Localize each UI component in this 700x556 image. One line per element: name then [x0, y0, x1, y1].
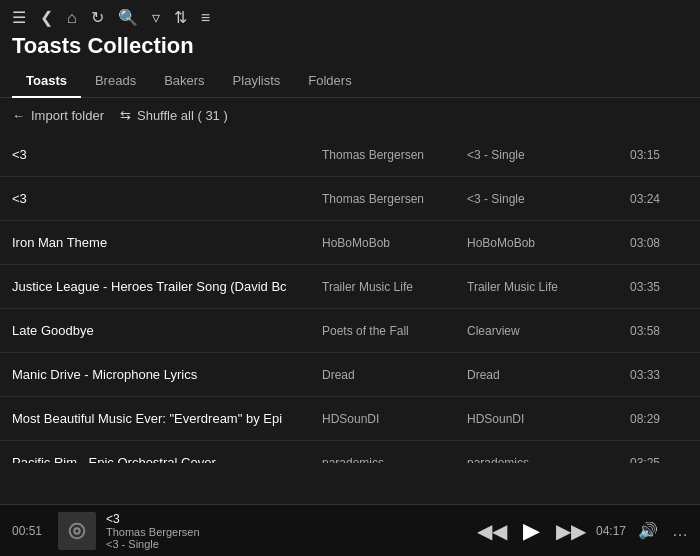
refresh-icon[interactable]: ↻	[91, 8, 104, 27]
track-artist: parademics	[322, 456, 467, 464]
page-title: Toasts Collection	[0, 31, 700, 65]
track-duration: 03:24	[612, 192, 660, 206]
track-duration: 03:33	[612, 368, 660, 382]
np-artist: Thomas Bergersen	[106, 526, 467, 538]
tab-bakers[interactable]: Bakers	[150, 65, 218, 98]
shuffle-all-button[interactable]: ⇆ Shuffle all ( 31 )	[120, 108, 228, 123]
back-icon[interactable]: ❮	[40, 8, 53, 27]
now-playing-bar: 00:51 <3 Thomas Bergersen <3 - Single ◀◀…	[0, 504, 700, 556]
shuffle-label: Shuffle all ( 31 )	[137, 108, 228, 123]
track-name: Iron Man Theme	[12, 235, 322, 250]
total-time: 04:17	[596, 524, 628, 538]
track-row[interactable]: <3 Thomas Bergersen <3 - Single 03:15	[0, 133, 700, 177]
np-album: <3 - Single	[106, 538, 467, 550]
track-artist: Thomas Bergersen	[322, 148, 467, 162]
now-playing-info: <3 Thomas Bergersen <3 - Single	[106, 512, 467, 550]
tabs-bar: Toasts Breads Bakers Playlists Folders	[0, 65, 700, 98]
track-row[interactable]: Iron Man Theme HoBoMoBob HoBoMoBob 03:08	[0, 221, 700, 265]
track-artist: Poets of the Fall	[322, 324, 467, 338]
track-album: Trailer Music Life	[467, 280, 612, 294]
track-row[interactable]: Most Beautiful Music Ever: "Everdream" b…	[0, 397, 700, 441]
track-artist: Thomas Bergersen	[322, 192, 467, 206]
track-duration: 03:15	[612, 148, 660, 162]
actions-bar: ← Import folder ⇆ Shuffle all ( 31 )	[0, 98, 700, 133]
track-artist: Dread	[322, 368, 467, 382]
track-name: Late Goodbye	[12, 323, 322, 338]
tab-playlists[interactable]: Playlists	[219, 65, 295, 98]
skip-back-icon[interactable]: ◀◀	[477, 521, 507, 541]
play-button[interactable]: ▶	[523, 520, 540, 542]
track-album: HDSounDI	[467, 412, 612, 426]
playback-controls: ◀◀ ▶ ▶▶	[477, 520, 586, 542]
track-name: <3	[12, 147, 322, 162]
track-artist: HoBoMoBob	[322, 236, 467, 250]
track-name: Pacific Rim - Epic Orchestral Cover	[12, 455, 322, 463]
album-art	[58, 512, 96, 550]
track-row[interactable]: <3 Thomas Bergersen <3 - Single 03:24	[0, 177, 700, 221]
track-artist: HDSounDI	[322, 412, 467, 426]
tab-toasts[interactable]: Toasts	[12, 65, 81, 98]
extra-controls: 🔊 …	[638, 521, 688, 540]
home-icon[interactable]: ⌂	[67, 9, 77, 27]
import-label: Import folder	[31, 108, 104, 123]
track-name: Most Beautiful Music Ever: "Everdream" b…	[12, 411, 322, 426]
track-name: Manic Drive - Microphone Lyrics	[12, 367, 322, 382]
track-name: Justice League - Heroes Trailer Song (Da…	[12, 279, 322, 294]
track-album: <3 - Single	[467, 148, 612, 162]
track-list: <3 Thomas Bergersen <3 - Single 03:15 <3…	[0, 133, 700, 463]
import-icon: ←	[12, 108, 25, 123]
skip-forward-icon[interactable]: ▶▶	[556, 521, 586, 541]
track-artist: Trailer Music Life	[322, 280, 467, 294]
np-title: <3	[106, 512, 467, 526]
track-album: Dread	[467, 368, 612, 382]
track-name: <3	[12, 191, 322, 206]
list-icon[interactable]: ≡	[201, 9, 210, 27]
filter-icon[interactable]: ▿	[152, 8, 160, 27]
track-duration: 03:25	[612, 456, 660, 464]
sort-icon[interactable]: ⇅	[174, 8, 187, 27]
track-row[interactable]: Manic Drive - Microphone Lyrics Dread Dr…	[0, 353, 700, 397]
track-album: parademics	[467, 456, 612, 464]
volume-icon[interactable]: 🔊	[638, 521, 658, 540]
more-options-icon[interactable]: …	[672, 522, 688, 540]
current-time: 00:51	[12, 524, 48, 538]
track-row[interactable]: Justice League - Heroes Trailer Song (Da…	[0, 265, 700, 309]
track-row[interactable]: Pacific Rim - Epic Orchestral Cover para…	[0, 441, 700, 463]
shuffle-icon: ⇆	[120, 108, 131, 123]
track-album: HoBoMoBob	[467, 236, 612, 250]
track-duration: 08:29	[612, 412, 660, 426]
track-duration: 03:58	[612, 324, 660, 338]
track-album: Clearview	[467, 324, 612, 338]
track-duration: 03:35	[612, 280, 660, 294]
tab-breads[interactable]: Breads	[81, 65, 150, 98]
menu-icon[interactable]: ☰	[12, 8, 26, 27]
track-album: <3 - Single	[467, 192, 612, 206]
track-duration: 03:08	[612, 236, 660, 250]
search-icon[interactable]: 🔍	[118, 8, 138, 27]
track-row[interactable]: Late Goodbye Poets of the Fall Clearview…	[0, 309, 700, 353]
import-folder-button[interactable]: ← Import folder	[12, 108, 104, 123]
tab-folders[interactable]: Folders	[294, 65, 365, 98]
toolbar: ☰ ❮ ⌂ ↻ 🔍 ▿ ⇅ ≡	[0, 0, 700, 31]
